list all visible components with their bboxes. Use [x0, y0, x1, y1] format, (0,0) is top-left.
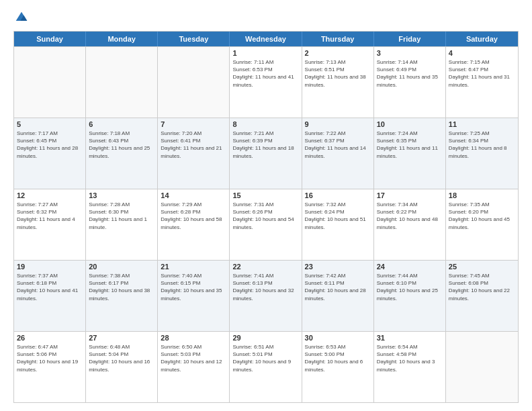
day-cell-4: 4Sunrise: 7:15 AM Sunset: 6:47 PM Daylig…	[446, 47, 518, 118]
day-cell-19: 19Sunrise: 7:37 AM Sunset: 6:18 PM Dayli…	[14, 261, 86, 331]
day-number: 18	[449, 191, 515, 199]
day-number: 12	[17, 191, 83, 199]
day-number: 15	[232, 191, 298, 199]
day-number: 14	[161, 191, 226, 199]
day-info: Sunrise: 7:28 AM Sunset: 6:30 PM Dayligh…	[89, 201, 154, 231]
day-number: 29	[232, 334, 298, 342]
day-cell-27: 27Sunrise: 6:48 AM Sunset: 5:04 PM Dayli…	[86, 332, 158, 402]
day-cell-16: 16Sunrise: 7:32 AM Sunset: 6:24 PM Dayli…	[302, 189, 374, 260]
day-cell-2: 2Sunrise: 7:13 AM Sunset: 6:51 PM Daylig…	[302, 47, 374, 118]
day-info: Sunrise: 7:38 AM Sunset: 6:17 PM Dayligh…	[89, 272, 154, 302]
day-header-thursday: Thursday	[302, 32, 374, 46]
day-info: Sunrise: 7:15 AM Sunset: 6:47 PM Dayligh…	[449, 58, 515, 89]
day-cell-30: 30Sunrise: 6:53 AM Sunset: 5:00 PM Dayli…	[302, 332, 374, 402]
day-number: 26	[17, 334, 83, 342]
day-number: 7	[161, 120, 226, 128]
day-header-friday: Friday	[374, 32, 446, 46]
day-cell-empty	[158, 47, 230, 118]
day-cell-18: 18Sunrise: 7:35 AM Sunset: 6:20 PM Dayli…	[446, 189, 518, 260]
day-info: Sunrise: 7:22 AM Sunset: 6:37 PM Dayligh…	[305, 130, 371, 160]
day-cell-21: 21Sunrise: 7:40 AM Sunset: 6:15 PM Dayli…	[158, 261, 230, 331]
day-info: Sunrise: 7:45 AM Sunset: 6:08 PM Dayligh…	[449, 272, 515, 302]
logo	[13, 11, 28, 24]
day-info: Sunrise: 7:34 AM Sunset: 6:22 PM Dayligh…	[377, 201, 443, 231]
day-info: Sunrise: 7:31 AM Sunset: 6:26 PM Dayligh…	[232, 201, 298, 231]
day-info: Sunrise: 7:24 AM Sunset: 6:35 PM Dayligh…	[377, 130, 443, 160]
day-number: 19	[17, 263, 83, 271]
day-number: 28	[161, 334, 226, 342]
day-cell-14: 14Sunrise: 7:29 AM Sunset: 6:28 PM Dayli…	[158, 189, 230, 260]
day-cell-12: 12Sunrise: 7:27 AM Sunset: 6:32 PM Dayli…	[14, 189, 86, 260]
day-number: 2	[305, 49, 371, 57]
day-cell-15: 15Sunrise: 7:31 AM Sunset: 6:26 PM Dayli…	[230, 189, 302, 260]
day-info: Sunrise: 7:42 AM Sunset: 6:11 PM Dayligh…	[305, 272, 371, 302]
day-cell-13: 13Sunrise: 7:28 AM Sunset: 6:30 PM Dayli…	[86, 189, 158, 260]
day-info: Sunrise: 7:32 AM Sunset: 6:24 PM Dayligh…	[305, 201, 371, 231]
day-number: 31	[377, 334, 443, 342]
day-info: Sunrise: 6:53 AM Sunset: 5:00 PM Dayligh…	[305, 343, 371, 373]
day-cell-25: 25Sunrise: 7:45 AM Sunset: 6:08 PM Dayli…	[446, 261, 518, 331]
day-header-sunday: Sunday	[14, 32, 86, 46]
day-header-monday: Monday	[86, 32, 158, 46]
day-cell-6: 6Sunrise: 7:18 AM Sunset: 6:43 PM Daylig…	[86, 118, 158, 189]
day-number: 9	[305, 120, 371, 128]
day-cell-3: 3Sunrise: 7:14 AM Sunset: 6:49 PM Daylig…	[374, 47, 446, 118]
day-cell-11: 11Sunrise: 7:25 AM Sunset: 6:34 PM Dayli…	[446, 118, 518, 189]
day-number: 21	[161, 263, 226, 271]
day-number: 16	[305, 191, 371, 199]
day-cell-empty	[446, 332, 518, 402]
day-info: Sunrise: 7:35 AM Sunset: 6:20 PM Dayligh…	[449, 201, 515, 231]
day-number: 4	[449, 49, 515, 57]
page: SundayMondayTuesdayWednesdayThursdayFrid…	[0, 0, 532, 411]
day-number: 1	[232, 49, 298, 57]
day-number: 5	[17, 120, 83, 128]
day-cell-31: 31Sunrise: 6:54 AM Sunset: 4:58 PM Dayli…	[374, 332, 446, 402]
day-number: 3	[377, 49, 443, 57]
day-number: 6	[89, 120, 154, 128]
calendar-week-5: 26Sunrise: 6:47 AM Sunset: 5:06 PM Dayli…	[14, 331, 518, 402]
day-number: 25	[449, 263, 515, 271]
header	[13, 11, 519, 24]
calendar: SundayMondayTuesdayWednesdayThursdayFrid…	[13, 31, 519, 403]
calendar-week-1: 1Sunrise: 7:11 AM Sunset: 6:53 PM Daylig…	[14, 46, 518, 118]
day-info: Sunrise: 6:51 AM Sunset: 5:01 PM Dayligh…	[232, 343, 298, 373]
calendar-header: SundayMondayTuesdayWednesdayThursdayFrid…	[14, 32, 518, 46]
day-info: Sunrise: 7:37 AM Sunset: 6:18 PM Dayligh…	[17, 272, 83, 302]
day-number: 11	[449, 120, 515, 128]
day-number: 27	[89, 334, 154, 342]
day-cell-23: 23Sunrise: 7:42 AM Sunset: 6:11 PM Dayli…	[302, 261, 374, 331]
day-number: 10	[377, 120, 443, 128]
day-header-wednesday: Wednesday	[230, 32, 302, 46]
day-info: Sunrise: 7:20 AM Sunset: 6:41 PM Dayligh…	[161, 130, 226, 160]
calendar-week-2: 5Sunrise: 7:17 AM Sunset: 6:45 PM Daylig…	[14, 118, 518, 189]
day-number: 22	[232, 263, 298, 271]
day-cell-24: 24Sunrise: 7:44 AM Sunset: 6:10 PM Dayli…	[374, 261, 446, 331]
day-number: 20	[89, 263, 154, 271]
day-info: Sunrise: 7:27 AM Sunset: 6:32 PM Dayligh…	[17, 201, 83, 231]
day-number: 23	[305, 263, 371, 271]
calendar-week-3: 12Sunrise: 7:27 AM Sunset: 6:32 PM Dayli…	[14, 189, 518, 260]
day-info: Sunrise: 6:50 AM Sunset: 5:03 PM Dayligh…	[161, 343, 226, 373]
day-info: Sunrise: 7:21 AM Sunset: 6:39 PM Dayligh…	[232, 130, 298, 160]
day-info: Sunrise: 7:14 AM Sunset: 6:49 PM Dayligh…	[377, 58, 443, 89]
day-info: Sunrise: 7:18 AM Sunset: 6:43 PM Dayligh…	[89, 130, 154, 160]
day-info: Sunrise: 6:47 AM Sunset: 5:06 PM Dayligh…	[17, 343, 83, 373]
day-info: Sunrise: 7:44 AM Sunset: 6:10 PM Dayligh…	[377, 272, 443, 302]
day-number: 8	[232, 120, 298, 128]
day-info: Sunrise: 7:13 AM Sunset: 6:51 PM Dayligh…	[305, 58, 371, 89]
day-cell-9: 9Sunrise: 7:22 AM Sunset: 6:37 PM Daylig…	[302, 118, 374, 189]
day-cell-22: 22Sunrise: 7:41 AM Sunset: 6:13 PM Dayli…	[230, 261, 302, 331]
day-cell-10: 10Sunrise: 7:24 AM Sunset: 6:35 PM Dayli…	[374, 118, 446, 189]
day-info: Sunrise: 7:17 AM Sunset: 6:45 PM Dayligh…	[17, 130, 83, 160]
day-info: Sunrise: 6:48 AM Sunset: 5:04 PM Dayligh…	[89, 343, 154, 373]
day-header-tuesday: Tuesday	[158, 32, 230, 46]
day-cell-20: 20Sunrise: 7:38 AM Sunset: 6:17 PM Dayli…	[86, 261, 158, 331]
day-cell-17: 17Sunrise: 7:34 AM Sunset: 6:22 PM Dayli…	[374, 189, 446, 260]
day-number: 30	[305, 334, 371, 342]
day-cell-empty	[86, 47, 158, 118]
day-cell-8: 8Sunrise: 7:21 AM Sunset: 6:39 PM Daylig…	[230, 118, 302, 189]
day-cell-26: 26Sunrise: 6:47 AM Sunset: 5:06 PM Dayli…	[14, 332, 86, 402]
day-info: Sunrise: 7:40 AM Sunset: 6:15 PM Dayligh…	[161, 272, 226, 302]
day-cell-29: 29Sunrise: 6:51 AM Sunset: 5:01 PM Dayli…	[230, 332, 302, 402]
day-cell-7: 7Sunrise: 7:20 AM Sunset: 6:41 PM Daylig…	[158, 118, 230, 189]
